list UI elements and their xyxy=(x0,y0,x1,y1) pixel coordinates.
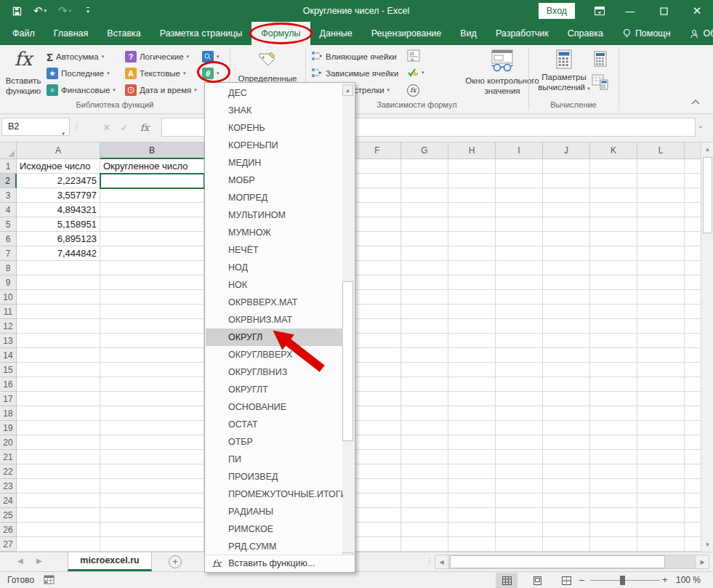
menu-item-КОРЕНЬПИ[interactable]: КОРЕНЬПИ xyxy=(206,137,343,154)
cell-I18[interactable] xyxy=(496,406,543,421)
cell-L14[interactable] xyxy=(637,348,685,363)
cell-H7[interactable] xyxy=(448,246,496,261)
cell-J17[interactable] xyxy=(543,392,590,406)
sheet-prev-icon[interactable]: ◀ xyxy=(17,557,23,565)
menu-item-ОСТАТ[interactable]: ОСТАТ xyxy=(206,416,343,433)
menu-item-МОБР[interactable]: МОБР xyxy=(206,172,343,189)
cell-L10[interactable] xyxy=(637,290,685,305)
cell-H26[interactable] xyxy=(448,523,496,537)
cell-A18[interactable] xyxy=(17,406,100,421)
cell-A20[interactable] xyxy=(17,435,100,450)
cell-J18[interactable] xyxy=(543,406,590,421)
cell-F26[interactable] xyxy=(354,523,401,537)
cell-I5[interactable] xyxy=(496,217,543,232)
cell-G19[interactable] xyxy=(401,421,448,435)
cell-I10[interactable] xyxy=(496,290,543,305)
cell-L5[interactable] xyxy=(637,217,685,232)
row-header-23[interactable]: 23 xyxy=(0,479,17,494)
cell-I20[interactable] xyxy=(496,435,543,450)
cell-F19[interactable] xyxy=(354,421,401,435)
cell-L12[interactable] xyxy=(637,319,685,334)
cell-A25[interactable] xyxy=(17,508,100,523)
expand-formula-bar-button[interactable]: ⌄ xyxy=(698,122,704,129)
scroll-right-icon[interactable]: ▶ xyxy=(696,555,709,568)
row-header-18[interactable]: 18 xyxy=(0,406,17,421)
row-header-5[interactable]: 5 xyxy=(0,217,17,232)
cell-G17[interactable] xyxy=(401,392,448,406)
cell-L20[interactable] xyxy=(637,435,685,450)
cell-J22[interactable] xyxy=(543,464,590,479)
save-button[interactable] xyxy=(7,0,26,22)
cell-M13[interactable] xyxy=(685,334,701,348)
recent-functions-button[interactable]: ★ Последние▾ xyxy=(47,65,110,81)
cell-M24[interactable] xyxy=(685,494,701,508)
cell-M18[interactable] xyxy=(685,406,701,421)
math-trig-functions-button[interactable]: θ▾ xyxy=(202,65,219,81)
horizontal-scrollbar[interactable]: ◀ ▶ xyxy=(435,555,709,569)
cell-J21[interactable] xyxy=(543,450,590,464)
tab-Вид[interactable]: Вид xyxy=(451,22,486,45)
add-sheet-button[interactable]: + xyxy=(169,555,182,568)
cell-I2[interactable] xyxy=(496,174,543,188)
cell-I22[interactable] xyxy=(496,464,543,479)
cell-L2[interactable] xyxy=(637,174,685,188)
cell-H21[interactable] xyxy=(448,450,496,464)
cell-F9[interactable] xyxy=(354,275,401,290)
cell-G4[interactable] xyxy=(401,203,448,217)
cell-K4[interactable] xyxy=(590,203,637,217)
cell-H5[interactable] xyxy=(448,217,496,232)
cell-G1[interactable] xyxy=(401,159,448,174)
cell-G2[interactable] xyxy=(401,174,448,188)
menu-item-ОКРУГЛВНИЗ[interactable]: ОКРУГЛВНИЗ xyxy=(206,363,343,381)
cell-I19[interactable] xyxy=(496,421,543,435)
cell-J7[interactable] xyxy=(543,246,590,261)
show-formulas-button[interactable]: 15fx xyxy=(407,48,420,64)
row-header-14[interactable]: 14 xyxy=(0,348,17,363)
scroll-left-icon[interactable]: ◀ xyxy=(435,555,448,568)
cell-J20[interactable] xyxy=(543,435,590,450)
cell-M8[interactable] xyxy=(685,261,701,275)
menu-item-НОК[interactable]: НОК xyxy=(206,276,343,294)
cell-G8[interactable] xyxy=(401,261,448,275)
cell-G10[interactable] xyxy=(401,290,448,305)
cell-J10[interactable] xyxy=(543,290,590,305)
cell-G26[interactable] xyxy=(401,523,448,537)
cell-J11[interactable] xyxy=(543,305,590,319)
cell-H24[interactable] xyxy=(448,494,496,508)
cell-F5[interactable] xyxy=(354,217,401,232)
collapse-ribbon-button[interactable] xyxy=(690,99,701,108)
cell-M5[interactable] xyxy=(685,217,701,232)
cell-A16[interactable] xyxy=(17,377,100,392)
confirm-entry-button[interactable]: ✓ xyxy=(116,119,132,135)
column-header-I[interactable]: I xyxy=(496,142,543,159)
cell-G18[interactable] xyxy=(401,406,448,421)
cell-F3[interactable] xyxy=(354,188,401,203)
cell-B27[interactable] xyxy=(100,537,204,552)
cell-A13[interactable] xyxy=(17,334,100,348)
row-header-16[interactable]: 16 xyxy=(0,377,17,392)
cell-M26[interactable] xyxy=(685,523,701,537)
cell-F1[interactable] xyxy=(354,159,401,174)
remove-arrows-button[interactable]: стрелки▾ xyxy=(354,82,390,98)
cell-B17[interactable] xyxy=(100,392,204,406)
tab-Разработчик[interactable]: Разработчик xyxy=(486,22,558,45)
cell-I26[interactable] xyxy=(496,523,543,537)
menu-item-НОД[interactable]: НОД xyxy=(206,259,343,276)
cell-F22[interactable] xyxy=(354,464,401,479)
cell-J24[interactable] xyxy=(543,494,590,508)
trace-precedents-button[interactable]: Влияющие ячейки xyxy=(311,49,397,65)
cell-H2[interactable] xyxy=(448,174,496,188)
cell-K9[interactable] xyxy=(590,275,637,290)
cell-F10[interactable] xyxy=(354,290,401,305)
cell-I16[interactable] xyxy=(496,377,543,392)
row-header-13[interactable]: 13 xyxy=(0,334,17,348)
cell-I24[interactable] xyxy=(496,494,543,508)
cell-K8[interactable] xyxy=(590,261,637,275)
row-header-20[interactable]: 20 xyxy=(0,435,17,450)
tab-Главная[interactable]: Главная xyxy=(44,22,98,45)
cell-K11[interactable] xyxy=(590,305,637,319)
cell-J27[interactable] xyxy=(543,537,590,552)
zoom-out-icon[interactable]: − xyxy=(579,574,584,586)
cell-J1[interactable] xyxy=(543,159,590,174)
menu-item-РАДИАНЫ[interactable]: РАДИАНЫ xyxy=(206,503,343,520)
